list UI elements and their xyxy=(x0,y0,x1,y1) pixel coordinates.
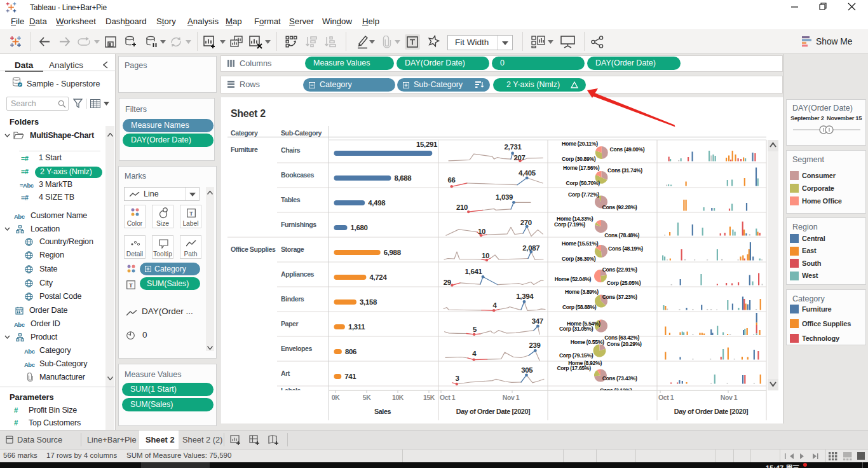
svg-text:Cons (92.28%): Cons (92.28%) xyxy=(602,204,637,210)
svg-text:Corp (7.19%): Corp (7.19%) xyxy=(554,221,585,228)
svg-text:3,158: 3,158 xyxy=(360,298,377,306)
svg-text:Home (0.55%): Home (0.55%) xyxy=(571,339,604,345)
svg-text:Day of Order Date [2020]: Day of Order Date [2020] xyxy=(674,408,748,415)
svg-text:270: 270 xyxy=(520,219,532,226)
svg-text:305: 305 xyxy=(521,366,533,374)
svg-text:4: 4 xyxy=(492,301,497,309)
svg-text:4: 4 xyxy=(472,350,477,357)
svg-text:15K: 15K xyxy=(423,394,435,401)
svg-text:Home (52.04%): Home (52.04%) xyxy=(555,276,592,282)
svg-text:Oct 1: Oct 1 xyxy=(658,394,674,401)
svg-text:Corp (7.72%): Corp (7.72%) xyxy=(568,191,599,198)
svg-text:0K: 0K xyxy=(332,394,340,401)
svg-text:1,641: 1,641 xyxy=(465,268,482,275)
svg-text:2,087: 2,087 xyxy=(522,244,539,252)
svg-text:6,988: 6,988 xyxy=(384,249,401,256)
svg-text:Art: Art xyxy=(281,369,290,377)
svg-text:Tables: Tables xyxy=(281,196,301,203)
svg-text:10: 10 xyxy=(478,228,485,235)
svg-text:Cons (48.19%): Cons (48.19%) xyxy=(608,245,643,252)
svg-text:741: 741 xyxy=(344,373,356,380)
svg-text:Corp (58.88%): Corp (58.88%) xyxy=(562,304,597,310)
svg-text:Cons (22.91%): Cons (22.91%) xyxy=(602,266,637,273)
svg-text:Nov 1: Nov 1 xyxy=(503,394,520,401)
svg-text:Home (17.56%): Home (17.56%) xyxy=(563,165,600,171)
svg-text:5K: 5K xyxy=(363,394,371,401)
svg-text:Nov 1: Nov 1 xyxy=(721,394,738,401)
svg-text:Oct 1: Oct 1 xyxy=(440,394,456,401)
svg-text:29: 29 xyxy=(444,279,451,286)
svg-text:Sheet 2: Sheet 2 xyxy=(231,108,266,119)
svg-text:Category: Category xyxy=(231,129,258,137)
svg-text:Chairs: Chairs xyxy=(281,146,301,154)
svg-text:Labels: Labels xyxy=(281,387,301,394)
svg-text:Home (3.89%): Home (3.89%) xyxy=(565,289,599,295)
svg-text:T: T xyxy=(189,210,193,217)
svg-text:1,680: 1,680 xyxy=(351,224,368,231)
svg-text:T: T xyxy=(129,282,133,289)
svg-text:239: 239 xyxy=(529,341,541,349)
svg-text:Storage: Storage xyxy=(281,245,304,253)
svg-text:4,405: 4,405 xyxy=(519,169,536,177)
svg-text:Cons (63.42%): Cons (63.42%) xyxy=(604,334,639,341)
svg-text:Corp (79.15%): Corp (79.15%) xyxy=(559,352,593,359)
svg-text:Cons (37.23%): Cons (37.23%) xyxy=(602,294,637,300)
svg-text:Office Supplies: Office Supplies xyxy=(231,245,276,253)
svg-text:Home (20.11%): Home (20.11%) xyxy=(562,141,598,147)
svg-text:1,039: 1,039 xyxy=(496,193,513,201)
svg-text:Binders: Binders xyxy=(281,295,304,303)
svg-text:10: 10 xyxy=(482,252,489,259)
svg-text:Paper: Paper xyxy=(281,320,299,327)
svg-text:8,688: 8,688 xyxy=(394,174,411,182)
svg-text:Cons (31.74%): Cons (31.74%) xyxy=(607,167,642,174)
svg-text:Furniture: Furniture xyxy=(231,146,258,153)
svg-text:4,498: 4,498 xyxy=(368,199,385,207)
svg-text:Corp (36.30%): Corp (36.30%) xyxy=(562,256,596,262)
svg-text:Cons (78.48%): Cons (78.48%) xyxy=(604,232,639,238)
svg-text:Cons (20.29%): Cons (20.29%) xyxy=(607,341,642,347)
svg-text:Day of Order Date [2020]: Day of Order Date [2020] xyxy=(456,408,530,415)
svg-text:66: 66 xyxy=(448,176,456,184)
svg-text:15,291: 15,291 xyxy=(416,141,438,148)
svg-text:Cons (49.00%): Cons (49.00%) xyxy=(610,146,645,153)
svg-text:Corp (31.05%): Corp (31.05%) xyxy=(559,326,593,332)
svg-text:Corp (25.05%): Corp (25.05%) xyxy=(607,280,641,286)
svg-text:10K: 10K xyxy=(392,394,404,401)
svg-text:Cons (73.43%): Cons (73.43%) xyxy=(602,375,637,382)
svg-text:Cons (3.12%): Cons (3.12%) xyxy=(600,387,632,394)
svg-text:Sub-Category: Sub-Category xyxy=(281,129,322,137)
svg-text:Corp (17.65%): Corp (17.65%) xyxy=(557,365,591,371)
svg-text:5: 5 xyxy=(473,326,477,333)
svg-text:1,394: 1,394 xyxy=(516,292,534,300)
svg-text:3: 3 xyxy=(455,375,459,382)
svg-text:Appliances: Appliances xyxy=(281,270,315,278)
svg-text:4,724: 4,724 xyxy=(369,273,387,281)
svg-text:Envelopes: Envelopes xyxy=(281,345,312,352)
svg-text:1,311: 1,311 xyxy=(348,323,365,331)
svg-text:Corp (50.70%): Corp (50.70%) xyxy=(566,180,600,186)
svg-text:Sales: Sales xyxy=(374,408,391,415)
svg-text:2,731: 2,731 xyxy=(504,143,522,151)
svg-text:Bookcases: Bookcases xyxy=(281,171,314,179)
svg-text:Furnishings: Furnishings xyxy=(281,221,316,228)
svg-text:347: 347 xyxy=(532,317,543,325)
svg-text:Corp (30.89%): Corp (30.89%) xyxy=(562,156,596,162)
svg-text:806: 806 xyxy=(345,348,356,355)
svg-text:207: 207 xyxy=(513,154,525,162)
svg-text:Home (15.51%): Home (15.51%) xyxy=(562,240,599,247)
svg-text:210: 210 xyxy=(456,203,468,211)
